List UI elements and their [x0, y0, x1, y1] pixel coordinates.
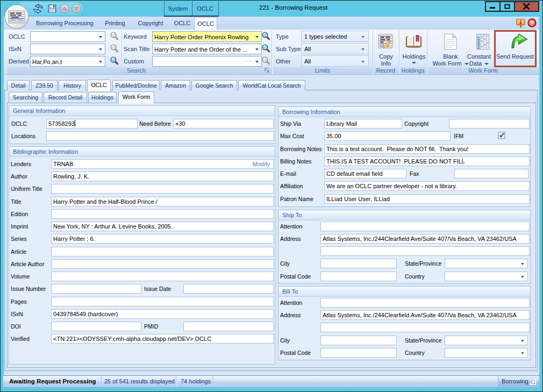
svg-text:?: ?: [530, 20, 534, 26]
